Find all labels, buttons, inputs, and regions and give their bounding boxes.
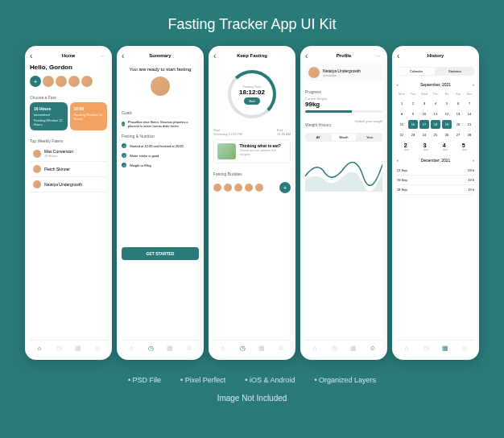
weight-chart	[305, 148, 382, 196]
profile-icon[interactable]: ☺	[369, 344, 377, 352]
cal-day[interactable]: 19	[442, 120, 452, 129]
buddy-avatar[interactable]	[255, 184, 263, 192]
stats-row: 2days 3days 4days 5days	[397, 143, 474, 151]
faster-row[interactable]: Max Conversion20 Hours	[30, 146, 107, 162]
avatar[interactable]	[56, 76, 67, 87]
tab-statistics[interactable]: Statistics	[436, 68, 473, 75]
home-icon[interactable]: ⌂	[403, 344, 411, 352]
tab-month[interactable]: Month	[332, 134, 356, 141]
back-icon[interactable]	[397, 52, 403, 59]
add-buddy-button[interactable]: +	[279, 182, 291, 193]
calendar-icon[interactable]: ▦	[349, 344, 357, 352]
cal-day[interactable]: 23	[408, 130, 418, 139]
calendar-grid: MonTueWedThuFriSatSun 1234567 8910111213…	[397, 90, 474, 139]
home-icon[interactable]: ⌂	[127, 344, 135, 352]
buddy-avatar[interactable]	[234, 184, 242, 192]
avatar[interactable]	[81, 76, 93, 87]
profile-icon[interactable]: ☺	[461, 344, 469, 352]
cal-day[interactable]: 25	[431, 130, 440, 139]
cal-day[interactable]: 2	[408, 99, 418, 108]
cal-day[interactable]: 4	[431, 99, 440, 108]
cal-day[interactable]: 18	[431, 120, 440, 129]
goals-label: Goals	[122, 110, 199, 115]
cal-day[interactable]: 17	[419, 120, 429, 129]
cal-day[interactable]: 5	[442, 99, 452, 108]
cal-day[interactable]: 1	[397, 99, 407, 108]
next-month[interactable]: ›	[473, 82, 474, 87]
feature-list: PSD File Pixel Perfect iOS & Android Org…	[128, 376, 376, 384]
home-icon[interactable]: ⌂	[35, 344, 43, 352]
cal-day[interactable]: 28	[465, 130, 474, 139]
calendar-icon[interactable]: ▦	[166, 344, 174, 352]
calendar-icon[interactable]: ▦	[74, 344, 82, 352]
calendar-icon[interactable]: ▦	[441, 344, 449, 352]
menu-icon[interactable]: ⋯	[376, 53, 382, 58]
avatar	[33, 165, 41, 173]
avatar	[33, 180, 41, 188]
clock-icon[interactable]: ◷	[330, 344, 338, 352]
fast-card-12[interactable]: 12:00 Feeding Window 24 Hours	[70, 102, 108, 130]
add-avatar-button[interactable]: +	[30, 76, 41, 87]
clock-icon[interactable]: ◷	[55, 344, 63, 352]
menu-icon[interactable]: ⋯	[101, 53, 107, 58]
clock-icon[interactable]: ◷	[147, 344, 155, 352]
avatar[interactable]	[43, 76, 54, 87]
tab-all[interactable]: All	[306, 134, 330, 141]
article-card[interactable]: Thinking what to eat?Check out our prote…	[213, 139, 291, 163]
cal-day[interactable]: 7	[465, 99, 474, 108]
screen-fasting: Keep Fasting Fasting Time 18:12:02 End S…	[209, 46, 295, 360]
cal-day[interactable]: 10	[419, 110, 429, 118]
back-icon[interactable]	[305, 52, 312, 59]
home-icon[interactable]: ⌂	[219, 344, 227, 352]
back-icon[interactable]	[213, 52, 220, 59]
cal-day[interactable]: 3	[419, 99, 429, 108]
profile-icon[interactable]: ☺	[93, 344, 101, 352]
feature-item: iOS & Android	[245, 376, 295, 384]
clock-icon[interactable]: ◷	[422, 344, 430, 352]
cal-day[interactable]: 24	[419, 130, 429, 139]
buddy-avatar[interactable]	[224, 184, 232, 192]
buddy-avatar[interactable]	[213, 184, 221, 192]
screen-home: Home⋯ Hello, Gordon + Choose a Fast 16 H…	[25, 46, 112, 360]
clock-icon[interactable]: ◷	[238, 344, 246, 352]
next-month[interactable]: ›	[473, 158, 474, 163]
tab-bar: ⌂◷▦☺	[122, 340, 199, 355]
faster-row[interactable]: Fletch Skinner	[30, 162, 107, 177]
calendar-icon[interactable]: ▦	[258, 344, 266, 352]
page-title: Fasting Tracker App UI Kit	[167, 16, 336, 33]
prev-month[interactable]: ‹	[397, 82, 399, 87]
cal-day[interactable]: 20	[453, 120, 463, 129]
profile-icon[interactable]: ☺	[185, 344, 193, 352]
cal-day[interactable]: 16	[408, 120, 418, 129]
profile-icon[interactable]: ☺	[277, 344, 285, 352]
tab-year[interactable]: Year	[357, 134, 382, 141]
cal-day[interactable]: 26	[442, 130, 452, 139]
home-icon[interactable]: ⌂	[311, 344, 319, 352]
prev-month[interactable]: ‹	[397, 158, 399, 163]
cal-day[interactable]: 21	[465, 120, 474, 129]
buddy-avatar[interactable]	[245, 184, 253, 192]
cal-day[interactable]: 9	[408, 110, 418, 118]
cal-day[interactable]: 11	[431, 110, 440, 118]
cal-day[interactable]: 12	[442, 110, 452, 118]
cal-day[interactable]: 6	[453, 99, 463, 108]
chart-tabs: AllMonthYear	[305, 133, 382, 142]
end-fast-button[interactable]: End	[244, 97, 259, 105]
cal-day[interactable]: 14	[465, 110, 474, 118]
avatar-row: +	[30, 76, 107, 87]
tab-calendar[interactable]: Calendar	[398, 68, 435, 75]
get-started-button[interactable]: GET STARTED	[122, 247, 199, 260]
avatar[interactable]	[68, 76, 80, 87]
faster-row[interactable]: Natalya Undergrowth	[30, 177, 107, 192]
cal-day[interactable]: 15	[397, 120, 407, 129]
fast-card-16h[interactable]: 16 Hours Intermittent Feeding Window 12 …	[30, 102, 68, 130]
screen-profile: Profile⋯ Natalya Undergrowth@natalya Pro…	[300, 46, 387, 360]
back-icon[interactable]	[122, 52, 128, 59]
cal-day[interactable]: 22	[397, 130, 407, 139]
cal-day[interactable]: 27	[453, 130, 463, 139]
back-icon[interactable]	[30, 52, 36, 59]
check-icon: ✓	[122, 143, 126, 148]
cal-day[interactable]: 13	[453, 110, 463, 118]
cal-day[interactable]: 8	[397, 110, 407, 118]
profile-title: Profile	[312, 53, 376, 58]
